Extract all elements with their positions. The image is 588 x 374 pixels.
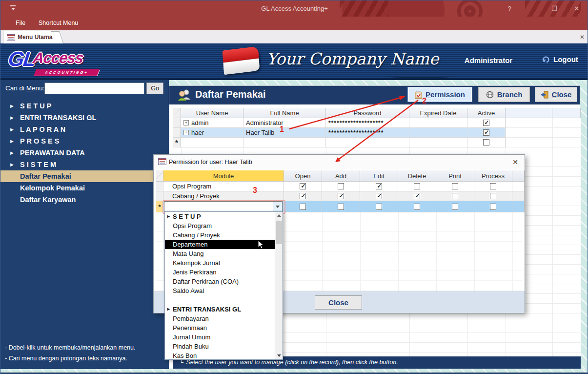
- sidebar-item-kelompok-pemakai[interactable]: Kelompok Pemakai: [0, 182, 169, 194]
- print-checkbox[interactable]: [452, 193, 458, 199]
- process-checkbox[interactable]: [490, 204, 496, 210]
- sidebar-item-daftar-karyawan[interactable]: Daftar Karyawan: [0, 194, 169, 206]
- dropdown-item-blank[interactable]: [165, 295, 275, 305]
- dialog-title-bar[interactable]: Permission for user: Haer Talib ✕: [154, 155, 525, 169]
- col-add[interactable]: Add: [322, 170, 360, 182]
- sidebar-item-laporan[interactable]: ► L A P O R A N: [0, 124, 169, 135]
- close-tab-icon[interactable]: ✕: [577, 32, 587, 42]
- close-form-button[interactable]: Close: [535, 87, 577, 102]
- process-checkbox[interactable]: [490, 193, 496, 199]
- dropdown-item[interactable]: Mata Uang: [165, 249, 275, 258]
- new-record-selector[interactable]: *: [173, 138, 181, 147]
- dropdown-item-setup[interactable]: ►S E T U P: [165, 212, 275, 221]
- permission-row-new[interactable]: *: [156, 201, 525, 212]
- table-row-admin[interactable]: +admin Administrator *******************…: [173, 118, 506, 128]
- dialog-close-button[interactable]: Close: [315, 295, 362, 310]
- dropdown-item[interactable]: Saldo Awal: [165, 286, 275, 295]
- dropdown-item-departemen[interactable]: Departemen: [165, 240, 275, 249]
- close-window-icon[interactable]: ✕: [569, 3, 584, 14]
- add-checkbox[interactable]: [338, 183, 344, 189]
- sidebar-item-sistem[interactable]: ► S I S T E M: [0, 159, 169, 170]
- col-open[interactable]: Open: [284, 170, 322, 182]
- delete-checkbox[interactable]: [414, 193, 420, 199]
- dropdown-item[interactable]: Jurnal Umum: [165, 332, 275, 342]
- expand-icon[interactable]: +: [183, 130, 189, 135]
- menu-file[interactable]: File: [11, 17, 30, 30]
- delete-checkbox[interactable]: [414, 183, 420, 189]
- col-full-name[interactable]: Full Name: [243, 108, 326, 118]
- logout-label: Logout: [553, 55, 578, 63]
- dropdown-item[interactable]: Penerimaan: [165, 323, 275, 332]
- scroll-up-icon[interactable]: [277, 214, 281, 217]
- add-checkbox[interactable]: [338, 204, 344, 210]
- permission-button[interactable]: Permission: [407, 87, 472, 102]
- col-module[interactable]: Module: [163, 170, 284, 182]
- table-row-haer[interactable]: +haer Haer Talib ********************: [173, 128, 506, 138]
- active-checkbox[interactable]: [483, 120, 489, 126]
- col-edit[interactable]: Edit: [360, 170, 398, 182]
- active-checkbox[interactable]: [483, 129, 489, 136]
- menu-shortcut-menu[interactable]: Shortcut Menu: [34, 17, 83, 30]
- dropdown-item[interactable]: Cabang / Proyek: [165, 230, 275, 240]
- sidebar-item-setup[interactable]: ► S E T U P: [0, 100, 169, 112]
- dropdown-item[interactable]: Kelompok Jurnal: [165, 258, 275, 268]
- sidebar-item-daftar-pemakai[interactable]: Daftar Pemakai: [0, 170, 169, 182]
- new-record-selector[interactable]: *: [156, 201, 163, 212]
- tab-menu-utama[interactable]: Menu Utama: [3, 31, 58, 43]
- group-arrow-icon: ►: [166, 212, 171, 221]
- open-checkbox[interactable]: [300, 204, 306, 210]
- edit-checkbox[interactable]: [376, 183, 382, 189]
- logout-button[interactable]: Logout: [542, 55, 578, 63]
- permission-row-opsi-program[interactable]: Opsi Program: [156, 182, 525, 191]
- edit-checkbox[interactable]: [376, 204, 382, 210]
- maximize-icon[interactable]: ❐: [547, 3, 562, 14]
- dropdown-item[interactable]: Pembayaran: [165, 314, 275, 323]
- help-icon[interactable]: ?: [502, 3, 517, 14]
- dropdown-item[interactable]: Jenis Perkiraan: [165, 268, 275, 277]
- module-combobox[interactable]: [164, 201, 283, 212]
- print-checkbox[interactable]: [452, 183, 458, 189]
- close-dialog-icon[interactable]: ✕: [509, 157, 522, 167]
- sidebar-item-entri-transaksi[interactable]: ► ENTRI TRANSAKSI GL: [0, 112, 169, 124]
- search-input[interactable]: [44, 83, 144, 94]
- corner-selector[interactable]: [173, 108, 181, 118]
- row-selector[interactable]: [173, 118, 181, 128]
- row-selector[interactable]: [156, 182, 163, 191]
- scroll-down-icon[interactable]: [277, 354, 281, 357]
- dropdown-item[interactable]: Opsi Program: [165, 221, 275, 230]
- go-button[interactable]: Go: [146, 83, 163, 94]
- print-checkbox[interactable]: [452, 204, 458, 210]
- col-print[interactable]: Print: [436, 170, 474, 182]
- dropdown-item[interactable]: Daftar Perkiraan (COA): [165, 277, 275, 286]
- module-combo-input[interactable]: [164, 202, 273, 212]
- edit-checkbox[interactable]: [376, 193, 382, 199]
- scrollbar-thumb[interactable]: [276, 221, 282, 244]
- open-checkbox[interactable]: [300, 193, 306, 199]
- col-active[interactable]: Active: [467, 108, 506, 118]
- dropdown-item[interactable]: Pindah Buku: [165, 342, 275, 351]
- sidebar-item-perawatan-data[interactable]: ► PERAWATAN DATA: [0, 147, 169, 159]
- dropdown-item-entri-transaksi[interactable]: ►ENTRI TRANSAKSI GL: [165, 305, 275, 314]
- delete-checkbox[interactable]: [414, 204, 420, 210]
- dropdown-scrollbar[interactable]: [275, 212, 283, 359]
- col-password[interactable]: Password: [326, 108, 409, 118]
- row-selector[interactable]: [156, 191, 163, 201]
- open-checkbox[interactable]: [300, 183, 306, 189]
- col-user-name[interactable]: User Name: [181, 108, 243, 118]
- permission-row-cabang-proyek[interactable]: Cabang / Proyek: [156, 191, 525, 201]
- table-row-new[interactable]: *: [173, 138, 506, 147]
- process-checkbox[interactable]: [490, 183, 496, 189]
- corner-selector[interactable]: [156, 170, 163, 182]
- add-checkbox[interactable]: [338, 193, 344, 199]
- col-process[interactable]: Process: [474, 170, 512, 182]
- combo-dropdown-button[interactable]: [273, 202, 282, 212]
- expand-icon[interactable]: +: [183, 120, 189, 125]
- active-checkbox[interactable]: [483, 139, 489, 145]
- sidebar-item-proses[interactable]: ► P R O S E S: [0, 135, 169, 147]
- dropdown-item[interactable]: Kas Bon: [165, 351, 275, 360]
- minimize-icon[interactable]: –: [524, 3, 538, 14]
- row-selector[interactable]: [173, 128, 181, 138]
- col-delete[interactable]: Delete: [398, 170, 436, 182]
- col-expired-date[interactable]: Expired Date: [409, 108, 467, 118]
- branch-button[interactable]: Branch: [478, 87, 530, 102]
